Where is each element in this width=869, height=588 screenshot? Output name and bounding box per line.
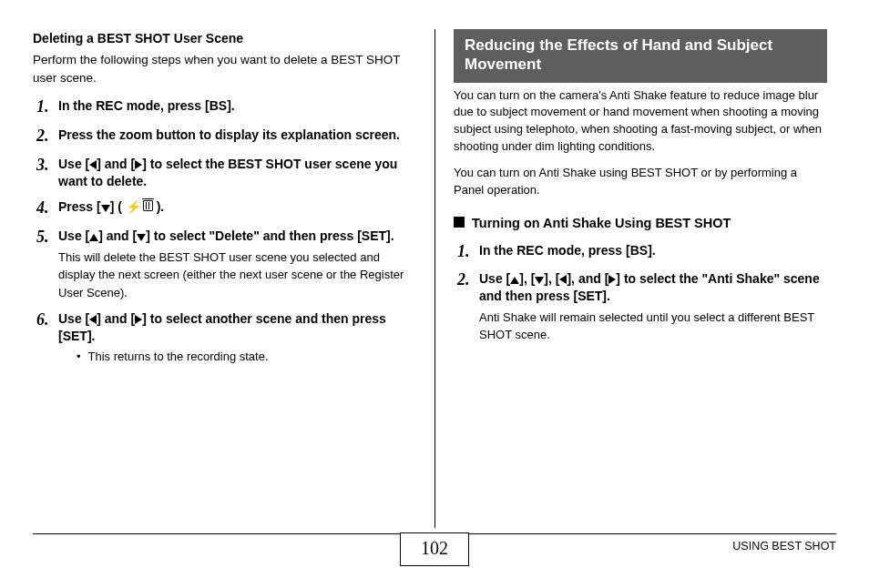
down-arrow-icon: [535, 277, 544, 284]
step-title: Press the zoom button to display its exp…: [58, 127, 416, 144]
bullet-note: This returns to the recording state.: [58, 349, 416, 366]
trash-icon: [143, 200, 153, 211]
down-arrow-icon: [101, 205, 110, 212]
step-3: 3. Use [] and [] to select the BEST SHOT…: [33, 156, 416, 190]
step-number: 2.: [457, 270, 479, 290]
flash-icon: ⚡: [126, 200, 141, 213]
up-arrow-icon: [510, 277, 519, 284]
step-number: 5.: [36, 228, 58, 248]
step-6: 6. Use [] and [] to select another scene…: [33, 310, 416, 366]
square-bullet-icon: [454, 217, 465, 228]
step-r2: 2. Use [], [], [], and [] to select the …: [454, 270, 827, 344]
step-1: 1. In the REC mode, press [BS].: [33, 97, 416, 117]
down-arrow-icon: [137, 234, 146, 241]
step-4: 4. Press [] ( ⚡ ).: [33, 198, 416, 218]
step-5: 5. Use [] and [] to select "Delete" and …: [33, 228, 416, 301]
left-column: Deleting a BEST SHOT User Scene Perform …: [33, 29, 434, 528]
step-number: 1.: [457, 242, 479, 262]
step-title: Press [] ( ⚡ ).: [58, 198, 416, 216]
section-heading-anti-shake: Reducing the Effects of Hand and Subject…: [454, 29, 827, 83]
right-column: Reducing the Effects of Hand and Subject…: [434, 29, 836, 528]
step-number: 1.: [36, 97, 58, 117]
body-paragraph: You can turn on the camera's Anti Shake …: [454, 87, 827, 156]
step-title: In the REC mode, press [BS].: [479, 242, 827, 259]
subheading-delete-scene: Deleting a BEST SHOT User Scene: [33, 29, 416, 47]
step-number: 4.: [36, 198, 58, 218]
step-title: Use [] and [] to select the BEST SHOT us…: [58, 156, 416, 190]
body-paragraph: You can turn on Anti Shake using BEST SH…: [454, 165, 827, 199]
step-description: Anti Shake will remain selected until yo…: [479, 309, 827, 344]
step-title: In the REC mode, press [BS].: [58, 97, 416, 115]
step-number: 6.: [36, 310, 58, 330]
intro-text: Perform the following steps when you wan…: [33, 51, 416, 86]
step-number: 3.: [36, 156, 58, 176]
page-footer: 102 USING BEST SHOT: [33, 533, 836, 572]
step-title: Use [] and [] to select "Delete" and the…: [58, 228, 416, 245]
page-number: 102: [400, 532, 469, 566]
subsection-heading: Turning on Anti Shake Using BEST SHOT: [454, 214, 827, 233]
up-arrow-icon: [89, 234, 98, 241]
step-r1: 1. In the REC mode, press [BS].: [454, 242, 827, 262]
step-title: Use [], [], [], and [] to select the "An…: [479, 270, 827, 305]
step-2: 2. Press the zoom button to display its …: [33, 127, 416, 147]
step-title: Use [] and [] to select another scene an…: [58, 310, 416, 345]
subsection-title: Turning on Anti Shake Using BEST SHOT: [472, 214, 731, 233]
page-content: Deleting a BEST SHOT User Scene Perform …: [0, 0, 869, 528]
step-number: 2.: [36, 127, 58, 147]
step-description: This will delete the BEST SHOT user scen…: [58, 248, 416, 302]
footer-section-label: USING BEST SHOT: [732, 538, 836, 554]
